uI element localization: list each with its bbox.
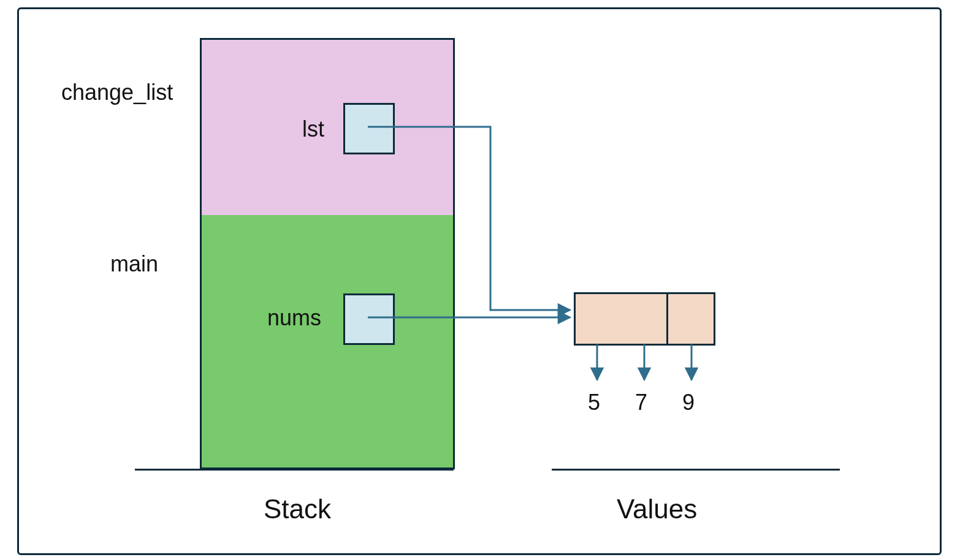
list-cell-1	[621, 292, 668, 346]
list-value-0: 5	[588, 390, 600, 415]
var-box-nums	[343, 293, 395, 345]
list-value-1: 7	[635, 390, 647, 415]
var-box-lst	[343, 103, 395, 154]
var-label-nums: nums	[267, 305, 321, 331]
baseline-stack	[135, 469, 454, 471]
section-label-stack: Stack	[264, 494, 331, 524]
list-cell-0	[574, 292, 623, 346]
stack-frame-change-list	[200, 38, 455, 219]
baseline-values	[552, 469, 840, 471]
section-label-values: Values	[617, 494, 697, 524]
list-cell-2	[668, 292, 715, 346]
frame-label-main: main	[110, 251, 158, 277]
diagram-canvas: change_list main lst nums Stack Values 5…	[0, 0, 960, 560]
stack-frame-main	[200, 215, 455, 469]
frame-label-change-list: change_list	[61, 80, 173, 105]
list-value-2: 9	[682, 390, 695, 415]
var-label-lst: lst	[302, 116, 324, 142]
